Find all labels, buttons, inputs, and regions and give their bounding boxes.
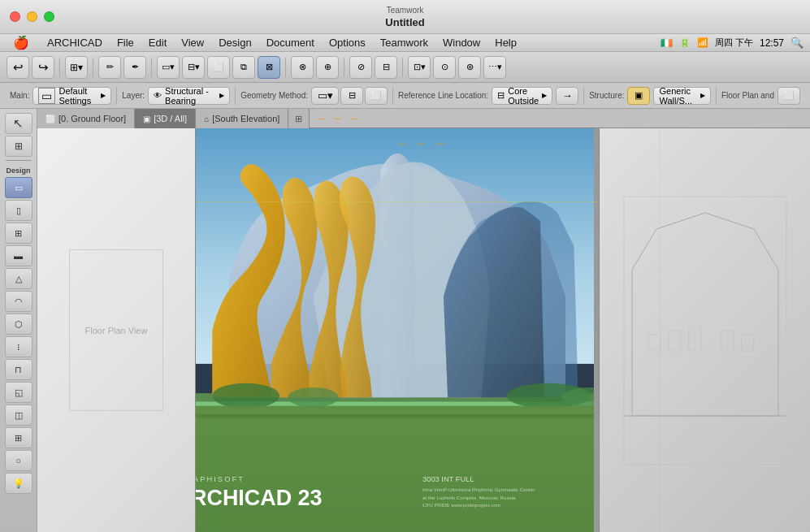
svg-point-4 — [288, 387, 338, 408]
more-tool[interactable]: ⋯▾ — [483, 56, 506, 79]
window-title: Teamwork Untitled — [385, 6, 424, 28]
design-label: Design — [4, 163, 32, 176]
trace-tool[interactable]: ✒ — [123, 56, 146, 79]
elev-icon: ⌂ — [204, 115, 209, 123]
geo-btn-1[interactable]: ▭▾ — [311, 87, 339, 105]
edit-tool-1[interactable]: ⊟ — [375, 56, 397, 79]
geometry-tool-2[interactable]: ⊟▾ — [182, 56, 205, 79]
magic-wand-tool[interactable]: ✏ — [98, 56, 121, 79]
lamp-tool[interactable]: 💡 — [5, 473, 32, 494]
tab-elevation[interactable]: ⌂ [South Elevation] — [196, 109, 288, 128]
close-button[interactable] — [10, 11, 20, 22]
wall-icon: ▭ — [38, 88, 55, 104]
menu-design[interactable]: Design — [212, 35, 258, 50]
structure-section: Structure: ▣ Generic Wall/S... ▶ — [584, 87, 717, 105]
tab-new[interactable]: ⊞ — [288, 109, 310, 128]
menu-file[interactable]: File — [110, 35, 141, 50]
main-3d-view[interactable]: GRAPHISOFT ARCHICAD 23 3003 INT FULL Iri… — [196, 128, 599, 532]
window-controls — [10, 11, 54, 22]
svg-rect-8 — [196, 414, 599, 417]
beam-tool[interactable]: ⊞ — [5, 223, 32, 244]
object-tool[interactable]: ○ — [5, 450, 32, 471]
svg-text:Irina VoinP-Uliminova Rhythmic: Irina VoinP-Uliminova Rhythmic Gymnastic… — [422, 487, 535, 492]
morph-tool[interactable]: ⬡ — [5, 314, 32, 335]
scrollbar-right[interactable] — [594, 128, 599, 532]
redo-button[interactable]: ↪ — [32, 56, 54, 79]
floor-plan-btn[interactable]: ⬜ — [778, 87, 800, 105]
geometry-section: Geometry Method: ▭▾ ⊟ ⬜ — [236, 87, 393, 105]
roof-tool[interactable]: △ — [5, 268, 32, 289]
geo-btn-2[interactable]: ⊟ — [340, 87, 363, 105]
apple-menu[interactable]: 🍎 — [6, 33, 36, 52]
wall-tool[interactable]: ▭ — [5, 177, 32, 198]
column-tool[interactable]: ▯ — [5, 200, 32, 221]
menu-window[interactable]: Window — [436, 35, 487, 50]
tab-ground-floor[interactable]: ⬜ [0. Ground Floor] — [37, 109, 135, 128]
layer-eye-icon: 👁 — [154, 91, 162, 100]
search-icon[interactable]: 🔍 — [791, 37, 804, 49]
svg-rect-20 — [669, 331, 681, 351]
menu-flag: 🇮🇪 — [661, 37, 673, 49]
shell-tool[interactable]: ◠ — [5, 291, 32, 312]
status-wifi-icon: 📶 — [697, 37, 708, 48]
stair-tool[interactable]: ⫶ — [5, 336, 32, 357]
window-tool[interactable]: ◫ — [5, 404, 32, 426]
flip-btn[interactable]: → — [556, 87, 578, 105]
struct-icon-btn[interactable]: ▣ — [627, 87, 650, 105]
measure-tool[interactable]: ⊘ — [349, 56, 372, 79]
svg-rect-23 — [742, 335, 754, 351]
curtain-wall-tool[interactable]: ⊞ — [5, 427, 32, 448]
menu-options[interactable]: Options — [323, 35, 372, 50]
arrow-tool[interactable]: ↖ — [5, 113, 32, 134]
menu-help[interactable]: Help — [488, 35, 523, 50]
geometry-tool-5[interactable]: ⊠ — [258, 56, 280, 79]
options-bar: Main: ▭ Default Settings ▶ Layer: 👁 Stru… — [0, 83, 810, 109]
geometry-tool-4[interactable]: ⧉ — [232, 56, 255, 79]
arrow-select-tool[interactable]: ⊞▾ — [65, 56, 88, 79]
geo-btn-3[interactable]: ⬜ — [365, 87, 388, 105]
layer-dropdown[interactable]: 👁 Structural - Bearing ▶ — [148, 87, 230, 105]
geometry-tool-1[interactable]: ▭▾ — [157, 56, 180, 79]
tab-bar: ⬜ [0. Ground Floor] ▣ [3D / All] ⌂ [Sout… — [37, 109, 810, 128]
reference-dropdown[interactable]: ⊟ Core Outside ▶ — [492, 87, 552, 105]
svg-text:GRAPHISOFT: GRAPHISOFT — [196, 475, 245, 483]
svg-text:CFU PRIDE www.prideproject.com: CFU PRIDE www.prideproject.com — [422, 502, 500, 508]
menu-edit[interactable]: Edit — [142, 35, 173, 50]
pan-tool[interactable]: ⊗ — [291, 56, 314, 79]
floor-plan-section: Floor Plan and ⬜ — [717, 87, 805, 105]
maximize-button[interactable] — [44, 11, 54, 22]
floor-plan-label: Floor Plan and — [721, 91, 774, 100]
toolbar-sep-3 — [151, 58, 152, 77]
door-tool[interactable]: ◱ — [5, 382, 32, 403]
status-time: 周四 下午 — [715, 37, 753, 49]
building-svg: GRAPHISOFT ARCHICAD 23 3003 INT FULL Iri… — [196, 128, 599, 532]
geometry-tool-3[interactable]: ⬜ — [207, 56, 230, 79]
menu-view[interactable]: View — [175, 35, 210, 50]
structure-dropdown[interactable]: Generic Wall/S... ▶ — [653, 87, 710, 105]
3d-tool-1[interactable]: ⊡▾ — [408, 56, 431, 79]
status-clock: 12:57 — [760, 37, 784, 49]
main-dropdown[interactable]: ▭ Default Settings ▶ — [32, 87, 111, 105]
minimize-button[interactable] — [27, 11, 37, 22]
menu-teamwork[interactable]: Teamwork — [374, 35, 435, 50]
zoom-tool[interactable]: ⊕ — [316, 56, 339, 79]
app-name: Teamwork — [387, 6, 424, 15]
3d-tool-3[interactable]: ⊛ — [458, 56, 481, 79]
menu-archicad[interactable]: ARCHICAD — [41, 35, 109, 50]
svg-rect-21 — [689, 327, 701, 351]
3d-tool-2[interactable]: ⊙ — [433, 56, 456, 79]
toolbar: ↩ ↪ ⊞▾ ✏ ✒ ▭▾ ⊟▾ ⬜ ⧉ ⊠ ⊗ ⊕ ⊘ ⊟ ⊡▾ ⊙ ⊛ ⋯▾ — [0, 52, 810, 83]
svg-rect-17 — [624, 197, 786, 465]
marquee-tool[interactable]: ⊞ — [5, 136, 32, 157]
viewport[interactable]: Floor Plan View — [37, 128, 810, 532]
undo-button[interactable]: ↩ — [6, 56, 29, 79]
slab-tool[interactable]: ▬ — [5, 245, 32, 266]
reference-label: Reference Line Location: — [398, 91, 488, 100]
structure-label: Structure: — [589, 91, 624, 100]
tab-3d[interactable]: ▣ [3D / All] — [135, 109, 196, 128]
status-battery-icon: 🔋 — [679, 37, 691, 48]
railing-tool[interactable]: ⊓ — [5, 359, 32, 380]
svg-point-3 — [212, 383, 279, 409]
tab-label-3d: [3D / All] — [154, 114, 187, 123]
menu-document[interactable]: Document — [260, 35, 321, 50]
